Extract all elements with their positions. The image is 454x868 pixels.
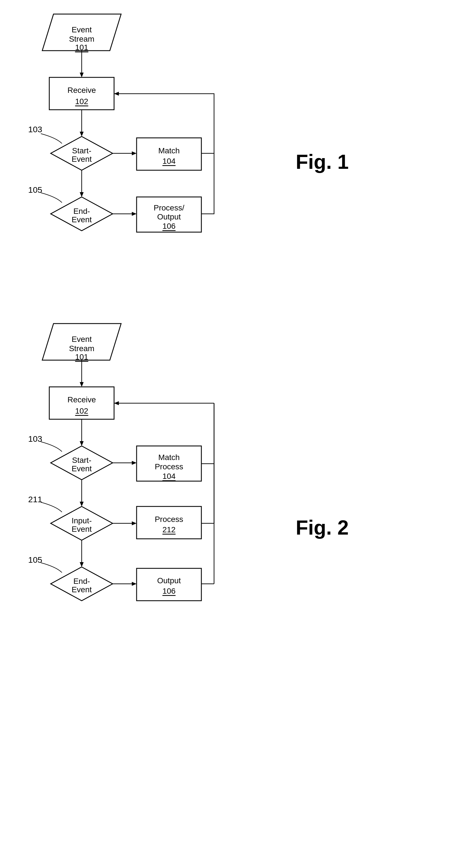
fig2-input-event-line2: Event	[72, 525, 92, 533]
fig1-process-output-line3: 106	[163, 222, 176, 230]
fig2-output-line2: 106	[163, 587, 176, 595]
fig2-arrowhead-receive-start	[80, 441, 84, 446]
fig1-curve-103	[41, 134, 62, 144]
fig2-arrowhead-input-end	[80, 562, 84, 567]
fig1-event-stream-line2: Stream	[69, 35, 94, 43]
fig1-match-line2: 104	[163, 157, 176, 165]
fig2-event-stream-line3: 101	[75, 352, 88, 361]
fig2-label-105: 105	[28, 555, 42, 564]
fig1-receive-line1: Receive	[67, 86, 96, 95]
fig2-process-line2: 212	[163, 525, 176, 534]
fig1-label-103: 103	[28, 125, 42, 134]
fig2-match-process-line2: Process	[154, 462, 183, 471]
main-diagram: Event Stream 101 Receive 102 103 Start- …	[0, 0, 454, 868]
fig2-arrowhead-input-process	[132, 521, 137, 525]
fig1-arrowhead-feedback-match	[114, 92, 119, 96]
fig2-arrowhead-start-input	[80, 502, 84, 506]
fig2-label: Fig. 2	[296, 516, 349, 539]
fig2-arrowhead-start-matchprocess	[132, 461, 137, 465]
fig1-arrowhead-receive-start	[80, 132, 84, 136]
fig2-input-event-line1: Input-	[72, 516, 92, 525]
fig1-feedback-process-line	[201, 153, 214, 214]
fig2-start-event-line1: Start-	[72, 456, 91, 465]
fig2-label-103: 103	[28, 434, 42, 443]
fig1-arrowhead-start-end	[80, 192, 84, 197]
fig1-start-event-line1: Start-	[72, 146, 91, 155]
fig1-arrowhead-end-process	[132, 212, 137, 216]
fig1-arrowhead-stream-receive	[80, 72, 84, 78]
fig2-receive-line2: 102	[75, 407, 88, 415]
fig2-event-stream-line1: Event	[72, 335, 92, 344]
fig2-match-process-line1: Match	[158, 453, 180, 462]
fig2-curve-105	[41, 563, 62, 572]
fig1-end-event-line2: Event	[72, 215, 92, 224]
fig2-receive-line1: Receive	[67, 395, 96, 404]
fig1-match-line1: Match	[158, 146, 180, 155]
fig1-event-stream-line3: 101	[75, 43, 88, 52]
fig2-arrowhead-feedback-receive	[114, 401, 119, 405]
fig2-match-process-line3: 104	[163, 472, 176, 480]
fig2-start-event-line2: Event	[72, 464, 92, 473]
fig2-arrowhead-end-output	[132, 582, 137, 586]
fig1-label-105: 105	[28, 185, 42, 194]
fig1-end-event-line1: End-	[73, 207, 90, 216]
fig1-curve-105	[41, 193, 62, 203]
fig1-receive-line2: 102	[75, 97, 88, 106]
fig2-curve-211	[41, 502, 62, 512]
fig1-start-event-line2: Event	[72, 155, 92, 163]
fig2-arrowhead-stream-receive	[80, 382, 84, 387]
fig1-label: Fig. 1	[296, 151, 349, 173]
fig2-output-line1: Output	[157, 576, 181, 585]
fig2-event-stream-line2: Stream	[69, 344, 94, 353]
fig1-event-stream-line1: Event	[72, 25, 92, 34]
fig1-arrowhead-start-match	[132, 151, 137, 155]
fig2-end-event-line2: Event	[72, 585, 92, 594]
fig1-process-output-line2: Output	[157, 212, 181, 221]
fig2-label-211: 211	[28, 495, 42, 504]
fig2-end-event-line1: End-	[73, 577, 90, 586]
fig2-curve-103	[41, 442, 62, 452]
fig2-process-line1: Process	[154, 515, 183, 524]
fig1-process-output-line1: Process/	[154, 204, 185, 212]
